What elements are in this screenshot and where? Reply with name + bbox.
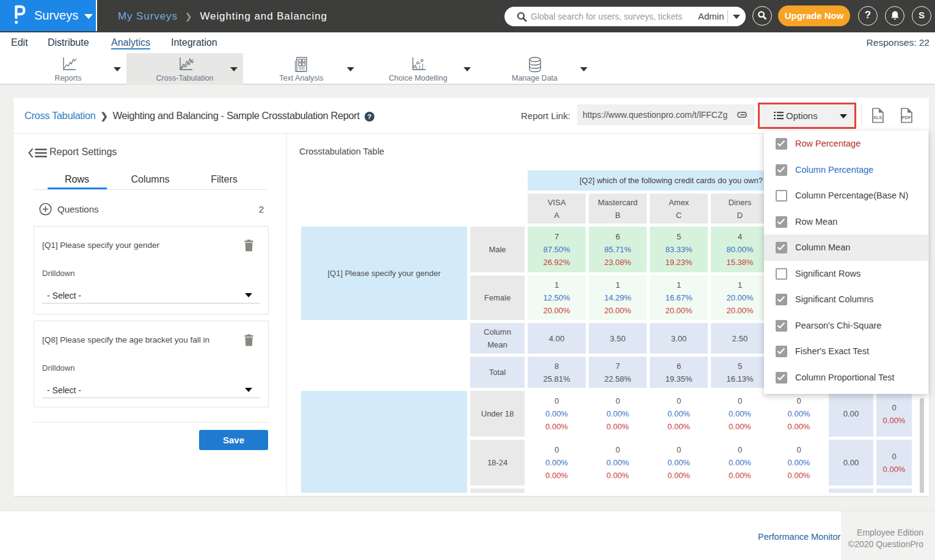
svg-text:XLS: XLS	[873, 115, 882, 120]
svg-text:PDF: PDF	[902, 115, 911, 120]
